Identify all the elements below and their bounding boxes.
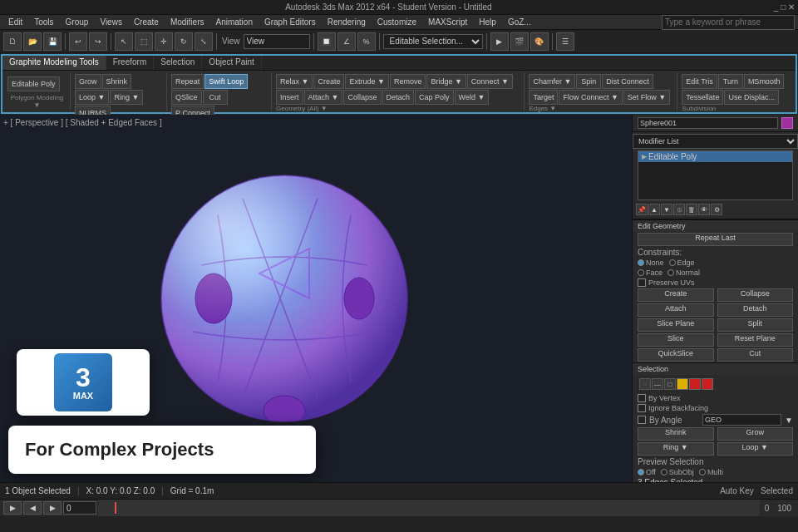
tessellate-btn[interactable]: Tessellate	[682, 90, 723, 105]
select-region-button[interactable]: ⬚	[135, 32, 153, 51]
create-btn[interactable]: Create	[313, 74, 344, 89]
modifier-list-dropdown[interactable]: Modifier List	[633, 134, 798, 149]
reset-plane-btn[interactable]: Reset Plane	[717, 333, 794, 347]
named-select[interactable]: ☰	[556, 32, 574, 51]
by-angle-check[interactable]	[638, 416, 646, 424]
open-button[interactable]: 📂	[23, 32, 42, 51]
attach-btn[interactable]: Attach ▼	[304, 90, 343, 105]
swift-loop-btn[interactable]: Swift Loop	[204, 74, 248, 89]
next-frame-btn[interactable]: ▶	[43, 501, 62, 515]
grow-btn-panel[interactable]: Grow	[717, 427, 794, 441]
menu-views[interactable]: Views	[95, 17, 127, 27]
tab-object-paint[interactable]: Object Paint	[202, 56, 261, 70]
normal-radio[interactable]	[667, 269, 674, 276]
menu-edit[interactable]: Edit	[3, 17, 27, 27]
selection-title[interactable]: Selection	[633, 362, 798, 375]
quickslice-btn[interactable]: QuickSlice	[638, 348, 714, 362]
keyword-search-input[interactable]	[662, 15, 795, 30]
cut-btn[interactable]: Cut	[203, 90, 228, 105]
relax-btn[interactable]: Relax ▼	[276, 74, 313, 89]
ignore-backfacing-check[interactable]	[638, 404, 646, 412]
selection-filter[interactable]: Editable Selection...	[383, 34, 483, 49]
spin-btn[interactable]: Spin	[576, 74, 601, 89]
menu-animation[interactable]: Animation	[210, 17, 257, 27]
ring-btn-panel[interactable]: Ring ▼	[638, 442, 714, 456]
detach-btn-panel[interactable]: Detach	[717, 303, 794, 317]
rotate-button[interactable]: ↻	[175, 32, 193, 51]
bridge-btn[interactable]: Bridge ▼	[426, 74, 466, 89]
color-red2[interactable]	[702, 378, 713, 390]
material-editor[interactable]: 🎨	[530, 32, 549, 51]
shrink-btn[interactable]: Shrink	[102, 74, 132, 89]
remove-btn[interactable]: Remove	[390, 74, 426, 89]
qslice-btn[interactable]: QSlice	[171, 90, 202, 105]
ring-btn[interactable]: Ring ▼	[110, 90, 143, 105]
move-button[interactable]: ✛	[155, 32, 173, 51]
vertex-mode-btn[interactable]: ·	[639, 378, 651, 390]
normal-option[interactable]: Normal	[667, 268, 700, 277]
weld-btn[interactable]: Weld ▼	[455, 90, 490, 105]
attach-btn-panel[interactable]: Attach	[638, 303, 714, 317]
menu-tools[interactable]: Tools	[29, 17, 58, 27]
off-option[interactable]: Off	[638, 468, 656, 476]
extrude-btn[interactable]: Extrude ▼	[345, 74, 388, 89]
collapse-btn[interactable]: Collapse	[343, 90, 381, 105]
menu-group[interactable]: Group	[61, 17, 94, 27]
menu-create[interactable]: Create	[129, 17, 164, 27]
border-mode-btn[interactable]: □	[664, 378, 676, 390]
shrink-btn-panel[interactable]: Shrink	[638, 427, 714, 441]
preserve-uv-check[interactable]	[638, 278, 646, 287]
stack-up-btn[interactable]: ▲	[648, 204, 660, 215]
pin-btn[interactable]: 📌	[636, 204, 648, 215]
insert-btn[interactable]: Insert	[276, 90, 303, 105]
editable-poly-item[interactable]: ▶ Editable Poly	[638, 151, 792, 162]
new-button[interactable]: 🗋	[3, 32, 22, 51]
color-yellow[interactable]	[677, 378, 688, 390]
face-radio[interactable]	[638, 269, 644, 276]
grow-btn[interactable]: Grow	[75, 74, 101, 89]
none-radio[interactable]	[638, 259, 644, 266]
make-unique-btn[interactable]: ⎅	[673, 204, 685, 215]
prev-frame-btn[interactable]: ◀	[23, 501, 42, 515]
editable-poly-btn[interactable]: Editable Poly	[7, 76, 60, 91]
detach-btn[interactable]: Detach	[382, 90, 415, 105]
menu-modifiers[interactable]: Modifiers	[165, 17, 209, 27]
play-btn[interactable]: ▶	[3, 501, 22, 515]
turn-btn[interactable]: Turn	[718, 74, 743, 89]
cap-poly-btn[interactable]: Cap Poly	[415, 90, 454, 105]
chamfer-btn[interactable]: Chamfer ▼	[529, 74, 575, 89]
menu-help[interactable]: Help	[474, 17, 501, 27]
toggle-modifier-btn[interactable]: 👁	[698, 204, 710, 215]
cut-btn-panel[interactable]: Cut	[717, 348, 794, 362]
multi-radio[interactable]	[699, 469, 706, 475]
loop-btn-panel[interactable]: Loop ▼	[717, 442, 794, 456]
by-angle-input[interactable]	[702, 414, 781, 426]
flow-connect-btn[interactable]: Flow Connect ▼	[559, 90, 622, 105]
tab-selection[interactable]: Selection	[154, 56, 202, 70]
edit-geometry-title[interactable]: Edit Geometry	[633, 219, 798, 232]
menu-customize[interactable]: Customize	[372, 17, 421, 27]
angle-snap[interactable]: ∠	[337, 32, 356, 51]
scale-button[interactable]: ⤡	[195, 32, 213, 51]
create-btn-panel[interactable]: Create	[638, 288, 714, 302]
tab-graphite[interactable]: Graphite Modeling Tools	[2, 56, 106, 70]
percent-snap[interactable]: %	[357, 32, 376, 51]
object-name-input[interactable]	[638, 117, 778, 129]
target-btn[interactable]: Target	[529, 90, 558, 105]
collapse-btn-panel[interactable]: Collapse	[717, 288, 794, 302]
slice-plane-btn[interactable]: Slice Plane	[638, 318, 714, 332]
render-setup[interactable]: 🎬	[510, 32, 529, 51]
by-vertex-check[interactable]	[638, 394, 646, 402]
menu-maxscript[interactable]: MAXScript	[423, 17, 472, 27]
msmooth-btn[interactable]: MSmooth	[744, 74, 785, 89]
tab-freeform[interactable]: Freeform	[106, 56, 155, 70]
viewport[interactable]: + [ Perspective ] [ Shaded + Edged Faces…	[0, 115, 632, 482]
select-button[interactable]: ↖	[115, 32, 133, 51]
loop-btn[interactable]: Loop ▼	[75, 90, 109, 105]
face-option[interactable]: Face	[638, 268, 663, 277]
set-flow-btn[interactable]: Set Flow ▼	[623, 90, 670, 105]
repeat-btn[interactable]: Repeat	[171, 74, 204, 89]
use-displac-btn[interactable]: Use Displac...	[724, 90, 779, 105]
multi-option[interactable]: Multi	[699, 468, 723, 476]
menu-graph-editors[interactable]: Graph Editors	[259, 17, 321, 27]
